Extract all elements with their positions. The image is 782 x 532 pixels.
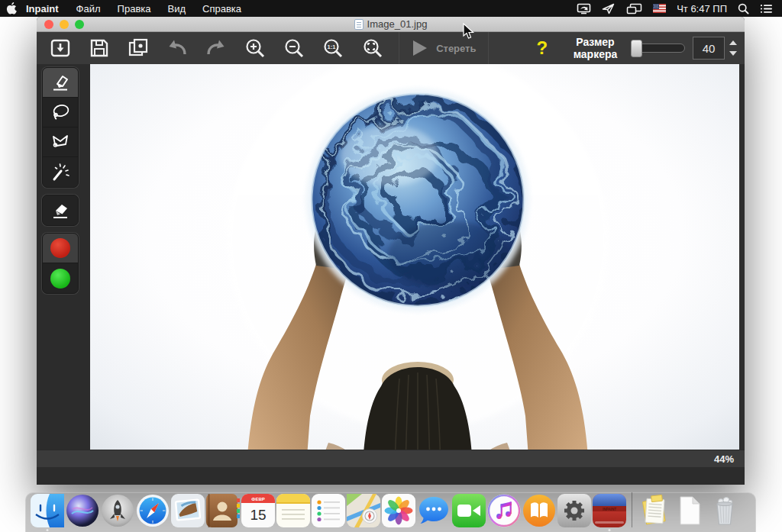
apple-menu[interactable] — [0, 2, 23, 15]
menu-clock[interactable]: Чт 6:47 ПП — [677, 3, 727, 15]
save-button[interactable] — [83, 34, 115, 63]
dock-inpaint[interactable]: INPAINT — [593, 494, 626, 527]
zoom-level: 44% — [714, 453, 734, 465]
close-button[interactable] — [44, 20, 53, 29]
status-bar: 44% — [37, 450, 745, 467]
dock-siri[interactable] — [66, 494, 99, 527]
dock-maps[interactable] — [347, 494, 380, 527]
magic-wand-tool-button[interactable] — [43, 157, 78, 187]
dock-ibooks[interactable] — [522, 494, 556, 527]
menu-view[interactable]: Вид — [160, 3, 195, 15]
help-button[interactable]: ? — [524, 37, 560, 59]
eraser-group — [42, 195, 79, 226]
zoom-actual-icon: 1:1 — [322, 37, 344, 60]
marker-size-slider[interactable] — [631, 44, 685, 53]
dock-trash[interactable] — [708, 494, 742, 527]
green-marker-swatch — [50, 269, 70, 289]
window-title-wrap: Image_01.jpg — [354, 18, 428, 30]
tool-sidebar — [42, 67, 79, 301]
selection-tools-group — [42, 67, 79, 188]
dock: ФЕВР15 INPAINT — [25, 492, 756, 532]
lasso-tool-button[interactable] — [43, 98, 78, 127]
redo-icon — [204, 37, 228, 60]
svg-text:1:1: 1:1 — [328, 44, 336, 50]
window-title: Image_01.jpg — [367, 18, 428, 30]
zoom-out-icon — [283, 37, 305, 60]
svg-text:15: 15 — [250, 507, 266, 523]
dock-launchpad[interactable] — [101, 494, 134, 527]
lasso-icon — [50, 102, 71, 123]
notification-center-icon[interactable] — [760, 4, 773, 14]
display-mirroring-icon[interactable] — [577, 3, 591, 15]
zoom-in-icon — [244, 37, 267, 60]
photo-woman-holding-blue-sphere — [90, 64, 739, 467]
dock-stack-documents[interactable] — [638, 494, 671, 527]
magic-wand-icon — [50, 162, 71, 183]
marker-size-spinner — [693, 37, 737, 60]
compare-icon — [127, 37, 150, 60]
compare-button[interactable] — [122, 34, 153, 63]
apple-logo-icon — [6, 2, 17, 15]
eraser-tool-button[interactable] — [43, 195, 78, 225]
menu-app-name[interactable]: Inpaint — [23, 3, 68, 15]
dock-contacts[interactable] — [206, 494, 240, 527]
menu-file[interactable]: Файл — [68, 3, 109, 15]
image-canvas[interactable] — [90, 64, 739, 467]
dock-reminders[interactable] — [312, 494, 345, 527]
redo-button[interactable] — [201, 34, 232, 63]
dock-itunes[interactable] — [487, 494, 521, 527]
svg-text:ФЕВР: ФЕВР — [251, 497, 264, 501]
dock-safari[interactable] — [136, 494, 170, 527]
inpaint-window: Image_01.jpg — [37, 17, 745, 485]
dock-system-preferences[interactable] — [557, 494, 591, 527]
open-button[interactable] — [44, 34, 76, 63]
undo-icon — [165, 37, 189, 60]
zoom-fit-button[interactable] — [357, 34, 388, 63]
play-icon — [412, 39, 428, 57]
undo-button[interactable] — [161, 34, 192, 63]
dock-notes[interactable] — [276, 494, 310, 527]
displays-icon[interactable] — [626, 3, 642, 15]
dock-mail[interactable] — [171, 494, 205, 527]
marker-color-group — [42, 233, 79, 294]
document-proxy-icon — [354, 19, 364, 30]
spinner-buttons — [729, 40, 737, 56]
spotlight-icon[interactable] — [738, 3, 749, 15]
running-indicator — [609, 529, 611, 531]
dock-finder[interactable] — [31, 494, 64, 527]
dock-document[interactable] — [673, 494, 706, 527]
green-marker-button[interactable] — [43, 263, 78, 293]
toolbar: 1:1 Стереть ? Размер маркера — [37, 32, 745, 64]
polygon-lasso-tool-button[interactable] — [43, 127, 78, 157]
dock-calendar[interactable]: ФЕВР15 — [241, 494, 275, 527]
zoom-actual-button[interactable]: 1:1 — [318, 34, 349, 63]
window-body: 44% — [37, 64, 745, 467]
marker-size-label: Размер маркера — [566, 36, 625, 60]
desktop-wallpaper: Inpaint Файл Правка Вид Справка Чт 6:47 … — [0, 0, 782, 532]
zoom-out-button[interactable] — [279, 34, 310, 63]
red-marker-button[interactable] — [43, 234, 78, 263]
running-indicator — [47, 529, 49, 531]
dock-photos[interactable] — [382, 494, 415, 527]
zoom-button[interactable] — [75, 20, 84, 29]
us-flag-icon[interactable] — [653, 4, 666, 13]
dock-facetime[interactable] — [452, 494, 486, 527]
menu-bar-status: Чт 6:47 ПП — [577, 3, 782, 15]
title-bar[interactable]: Image_01.jpg — [37, 17, 745, 32]
dock-messages[interactable] — [417, 494, 451, 527]
marker-tool-button[interactable] — [43, 68, 78, 98]
marker-size-input[interactable] — [693, 37, 725, 60]
slider-handle[interactable] — [631, 40, 642, 57]
svg-text:INPAINT: INPAINT — [603, 508, 616, 511]
erase-label: Стереть — [436, 43, 476, 54]
pointer-flag-icon[interactable] — [602, 3, 616, 15]
zoom-in-button[interactable] — [240, 34, 271, 63]
menu-edit[interactable]: Правка — [109, 3, 160, 15]
toolbar-separator — [488, 32, 489, 64]
dock-separator — [632, 492, 632, 527]
spinner-down-icon[interactable] — [729, 51, 737, 56]
spinner-up-icon[interactable] — [729, 40, 737, 45]
menu-help[interactable]: Справка — [194, 3, 250, 15]
menu-bar-left: Inpaint Файл Правка Вид Справка — [0, 2, 250, 15]
minimize-button[interactable] — [60, 20, 69, 29]
